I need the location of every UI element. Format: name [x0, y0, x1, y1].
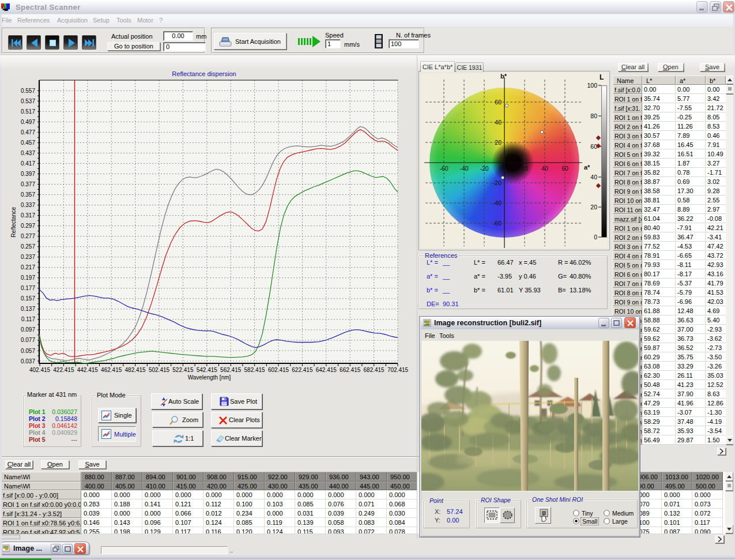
- svg-text:0.557: 0.557: [21, 88, 35, 94]
- svg-text:0.437: 0.437: [21, 150, 35, 156]
- svg-text:0.417: 0.417: [21, 160, 35, 167]
- svg-text:0.337: 0.337: [21, 202, 35, 208]
- svg-text:20: 20: [495, 139, 502, 146]
- svg-text:642.415: 642.415: [316, 367, 337, 373]
- svg-text:b*: b*: [500, 73, 507, 80]
- svg-text:602.415: 602.415: [268, 367, 289, 373]
- svg-text:0: 0: [594, 234, 597, 240]
- svg-text:562.415: 562.415: [220, 367, 242, 373]
- svg-text:502.415: 502.415: [149, 367, 170, 373]
- svg-text:40: 40: [590, 174, 597, 181]
- svg-text:0.517: 0.517: [21, 108, 35, 115]
- svg-text:0.197: 0.197: [21, 275, 35, 281]
- svg-text:Wavelength [nm]: Wavelength [nm]: [188, 374, 231, 381]
- svg-text:100: 100: [587, 82, 597, 89]
- svg-text:422.415: 422.415: [53, 367, 74, 373]
- svg-text:60: 60: [495, 99, 502, 106]
- svg-text:0.357: 0.357: [21, 191, 35, 198]
- svg-text:482.415: 482.415: [125, 367, 146, 373]
- svg-text:20: 20: [521, 165, 528, 172]
- svg-text:702.415: 702.415: [387, 367, 409, 373]
- svg-text:-60: -60: [439, 165, 448, 172]
- svg-text:0.237: 0.237: [21, 254, 35, 260]
- svg-text:0.137: 0.137: [21, 306, 35, 312]
- svg-text:60: 60: [561, 165, 568, 172]
- svg-text:0.377: 0.377: [21, 181, 35, 187]
- svg-text:0.077: 0.077: [21, 337, 35, 343]
- svg-text:20: 20: [590, 204, 597, 211]
- svg-text:60: 60: [590, 143, 597, 150]
- svg-text:0.317: 0.317: [21, 212, 35, 219]
- svg-text:0.097: 0.097: [21, 326, 35, 333]
- svg-text:0.497: 0.497: [21, 119, 35, 125]
- svg-text:0.297: 0.297: [21, 223, 35, 229]
- svg-text:0.397: 0.397: [21, 171, 35, 177]
- svg-text:522.415: 522.415: [172, 367, 194, 373]
- svg-text:80: 80: [590, 112, 597, 119]
- svg-text:542.415: 542.415: [197, 367, 218, 373]
- svg-text:442.415: 442.415: [77, 367, 99, 373]
- svg-text:0.277: 0.277: [21, 233, 35, 239]
- svg-text:Reflectance: Reflectance: [10, 206, 17, 237]
- svg-text:462.415: 462.415: [101, 367, 122, 373]
- svg-text:0.037: 0.037: [21, 358, 35, 364]
- svg-text:0.157: 0.157: [21, 295, 35, 302]
- svg-text:0.117: 0.117: [21, 316, 36, 322]
- svg-text:40: 40: [541, 165, 548, 172]
- svg-text:0.537: 0.537: [21, 98, 35, 104]
- svg-text:662.415: 662.415: [340, 367, 361, 373]
- svg-text:-20: -20: [480, 165, 488, 172]
- svg-text:0.217: 0.217: [21, 264, 35, 270]
- svg-text:40: 40: [495, 119, 502, 126]
- svg-text:0.257: 0.257: [21, 243, 35, 250]
- svg-text:-60: -60: [493, 220, 502, 227]
- svg-text:402.415: 402.415: [29, 367, 51, 373]
- svg-text:582.415: 582.415: [244, 367, 266, 373]
- svg-text:0.457: 0.457: [21, 140, 35, 146]
- svg-text:0.057: 0.057: [21, 348, 35, 354]
- svg-text:622.415: 622.415: [292, 367, 313, 373]
- svg-text:-20: -20: [493, 179, 502, 186]
- svg-text:682.415: 682.415: [364, 367, 385, 373]
- svg-text:-40: -40: [493, 200, 502, 206]
- svg-text:0.477: 0.477: [21, 129, 35, 136]
- svg-text:-40: -40: [459, 165, 468, 172]
- svg-text:0.177: 0.177: [21, 285, 35, 291]
